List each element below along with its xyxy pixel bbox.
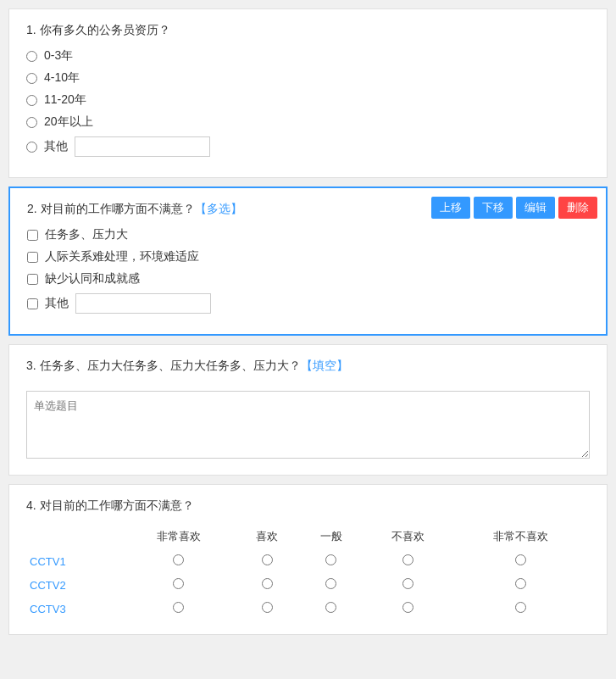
q4-r1c1-radio[interactable] [173, 554, 184, 565]
q4-r2c4-radio[interactable] [402, 578, 413, 589]
question-1-title: 1. 你有多久的公务员资历？ [26, 23, 590, 38]
matrix-r2c4 [363, 573, 452, 597]
q4-r3c4-radio[interactable] [402, 602, 413, 613]
q2-delete-button[interactable]: 删除 [558, 197, 597, 219]
q3-fill-textarea[interactable] [26, 391, 590, 459]
q2-label-1: 任务多、压力大 [45, 227, 128, 242]
matrix-row-2: CCTV2 [26, 573, 590, 597]
q2-action-buttons: 上移 下移 编辑 删除 [431, 197, 597, 219]
q1-option-3: 11-20年 [26, 92, 590, 108]
q2-label-3: 缺少认同和成就感 [45, 271, 140, 287]
matrix-r3c4 [363, 597, 452, 621]
matrix-r3c2 [235, 597, 299, 621]
page-container: 1. 你有多久的公务员资历？ 0-3年 4-10年 11-20年 20年以上 其… [8, 8, 608, 635]
matrix-r2c1 [122, 573, 236, 597]
q2-other-input[interactable] [75, 293, 211, 314]
q4-r1c5-radio[interactable] [515, 554, 526, 565]
q4-r1c3-radio[interactable] [325, 554, 336, 565]
question-2-block: 上移 下移 编辑 删除 2. 对目前的工作哪方面不满意？【多选】 任务多、压力大… [8, 186, 608, 336]
q2-up-button[interactable]: 上移 [431, 197, 470, 219]
q2-checkbox-2[interactable] [27, 252, 38, 263]
q2-option-3: 缺少认同和成就感 [27, 271, 589, 287]
q2-checkbox-3[interactable] [27, 274, 38, 285]
question-1-block: 1. 你有多久的公务员资历？ 0-3年 4-10年 11-20年 20年以上 其… [8, 8, 608, 178]
q1-label-5: 其他 [44, 139, 68, 154]
q4-r1c2-radio[interactable] [262, 554, 273, 565]
q4-r3c3-radio[interactable] [325, 602, 336, 613]
question-4-title: 4. 对目前的工作哪方面不满意？ [26, 498, 590, 514]
matrix-r2c5 [452, 573, 590, 597]
q1-option-5: 其他 [26, 136, 590, 157]
q1-radio-2[interactable] [26, 73, 37, 84]
q2-option-1: 任务多、压力大 [27, 227, 589, 242]
matrix-col-2: 喜欢 [235, 524, 299, 549]
q2-checkbox-4[interactable] [27, 298, 38, 309]
q4-matrix-table: 非常喜欢 喜欢 一般 不喜欢 非常不喜欢 CCTV1 CCTV2 [26, 524, 590, 621]
matrix-col-3: 一般 [299, 524, 363, 549]
q4-r2c3-radio[interactable] [325, 578, 336, 589]
matrix-header-empty [26, 524, 122, 549]
q4-r3c5-radio[interactable] [515, 602, 526, 613]
matrix-r3c1 [122, 597, 236, 621]
q2-checkbox-1[interactable] [27, 230, 38, 241]
q2-option-2: 人际关系难处理，环境难适应 [27, 249, 589, 264]
q1-label-3: 11-20年 [44, 92, 86, 108]
q2-label-2: 人际关系难处理，环境难适应 [45, 249, 199, 264]
q1-label-1: 0-3年 [44, 48, 73, 64]
q4-r1c4-radio[interactable] [402, 554, 413, 565]
matrix-row-3-label: CCTV3 [26, 597, 122, 621]
matrix-col-5: 非常不喜欢 [452, 524, 590, 549]
q1-label-4: 20年以上 [44, 114, 93, 130]
matrix-r1c1 [122, 549, 236, 573]
matrix-col-4: 不喜欢 [363, 524, 452, 549]
matrix-row-1: CCTV1 [26, 549, 590, 573]
q1-radio-5[interactable] [26, 142, 37, 153]
q1-other-input[interactable] [75, 136, 210, 157]
q1-label-2: 4-10年 [44, 70, 80, 86]
matrix-r3c3 [299, 597, 363, 621]
q1-radio-4[interactable] [26, 117, 37, 128]
matrix-r1c3 [299, 549, 363, 573]
matrix-row-3: CCTV3 [26, 597, 590, 621]
matrix-row-1-label: CCTV1 [26, 549, 122, 573]
q1-option-1: 0-3年 [26, 48, 590, 64]
q2-option-4: 其他 [27, 293, 589, 314]
question-4-block: 4. 对目前的工作哪方面不满意？ 非常喜欢 喜欢 一般 不喜欢 非常不喜欢 CC… [8, 484, 608, 635]
matrix-col-1: 非常喜欢 [122, 524, 236, 549]
matrix-header-row: 非常喜欢 喜欢 一般 不喜欢 非常不喜欢 [26, 524, 590, 549]
matrix-r3c5 [452, 597, 590, 621]
q4-r3c2-radio[interactable] [262, 602, 273, 613]
q2-down-button[interactable]: 下移 [474, 197, 513, 219]
q1-option-4: 20年以上 [26, 114, 590, 130]
q4-r2c5-radio[interactable] [515, 578, 526, 589]
q4-r2c2-radio[interactable] [262, 578, 273, 589]
matrix-r1c5 [452, 549, 590, 573]
q1-option-2: 4-10年 [26, 70, 590, 86]
matrix-r2c3 [299, 573, 363, 597]
matrix-r2c2 [235, 573, 299, 597]
q1-radio-3[interactable] [26, 95, 37, 106]
q2-label-4: 其他 [45, 296, 69, 311]
q1-radio-1[interactable] [26, 51, 37, 62]
matrix-r1c4 [363, 549, 452, 573]
question-3-title: 3. 任务多、压力大任务多、压力大任务多、压力大？【填空】 [26, 359, 590, 374]
q4-r3c1-radio[interactable] [173, 602, 184, 613]
question-3-block: 3. 任务多、压力大任务多、压力大任务多、压力大？【填空】 [8, 344, 608, 476]
q4-r2c1-radio[interactable] [173, 578, 184, 589]
q2-edit-button[interactable]: 编辑 [516, 197, 555, 219]
matrix-row-2-label: CCTV2 [26, 573, 122, 597]
matrix-r1c2 [235, 549, 299, 573]
